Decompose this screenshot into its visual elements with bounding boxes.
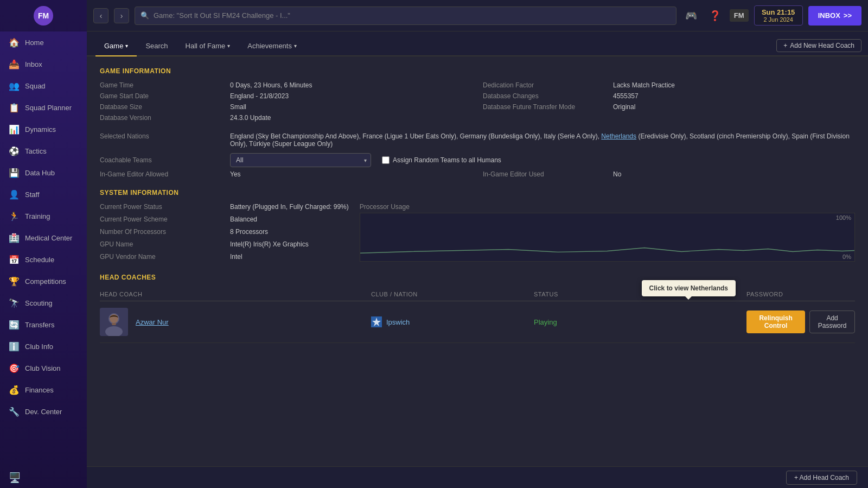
sidebar-item-transfers[interactable]: 🔄 Transfers	[0, 314, 87, 335]
club-info-icon: ℹ️	[9, 341, 20, 352]
coach-status: Playing	[534, 318, 746, 326]
club-col-header: CLUB / NATION	[371, 291, 534, 297]
sidebar: FM 🏠 Home 📥 Inbox 👥 Squad 📋 Squad Planne…	[0, 0, 87, 488]
sidebar-item-schedule[interactable]: 📅 Schedule	[0, 249, 87, 270]
tab-game-arrow: ▾	[125, 43, 128, 49]
search-bar[interactable]: 🔍 Game: "Sort It Out SI FM24 Challenge -…	[135, 7, 676, 25]
add-head-coach-button[interactable]: + Add Head Coach	[786, 471, 857, 485]
game-information-section: GAME INFORMATION Game Time 0 Days, 23 Ho…	[100, 67, 855, 178]
in-game-editor-used-label: In-Game Editor Used	[483, 170, 602, 178]
tab-search-label: Search	[145, 42, 168, 50]
inbox-icon: 📥	[9, 59, 20, 69]
sidebar-item-squad[interactable]: 👥 Squad	[0, 75, 87, 97]
in-game-editor-label: In-Game Editor Allowed	[100, 170, 219, 178]
processor-usage-label: Processor Usage	[360, 203, 855, 211]
bottom-icon: 🖥️	[9, 472, 21, 483]
sidebar-item-label: Squad	[25, 82, 46, 90]
editor-row: In-Game Editor Allowed Yes In-Game Edito…	[100, 170, 855, 178]
squad-planner-icon: 📋	[9, 102, 20, 113]
num-processors-label: Number Of Processors	[100, 228, 219, 238]
sidebar-item-data-hub[interactable]: 💾 Data Hub	[0, 162, 87, 183]
sidebar-item-inbox[interactable]: 📥 Inbox	[0, 53, 87, 75]
in-game-editor-value: Yes	[230, 170, 472, 178]
db-size-value: Small	[230, 103, 472, 111]
tab-game[interactable]: Game ▾	[95, 36, 137, 56]
sidebar-item-dev-center[interactable]: 🔧 Dev. Center	[0, 401, 87, 422]
tab-hall-of-fame[interactable]: Hall of Fame ▾	[177, 36, 239, 56]
sidebar-item-dynamics[interactable]: 📊 Dynamics	[0, 118, 87, 140]
add-new-head-coach-button[interactable]: + Add New Head Coach	[776, 39, 861, 52]
sidebar-item-finances[interactable]: 💰 Finances	[0, 379, 87, 401]
db-changes-value: 4555357	[613, 92, 855, 100]
sidebar-item-training[interactable]: 🏃 Training	[0, 205, 87, 227]
assign-random-checkbox[interactable]	[382, 156, 390, 164]
dynamics-icon: 📊	[9, 124, 20, 135]
sidebar-item-label: Inbox	[25, 60, 42, 68]
club-name[interactable]: Ipswich	[386, 318, 410, 326]
inbox-arrow-icon: >>	[844, 11, 852, 20]
sidebar-item-label: Training	[25, 212, 50, 220]
game-start-label: Game Start Date	[100, 92, 219, 100]
processor-chart: 100% 0%	[360, 213, 855, 262]
sidebar-item-label: Club Info	[25, 343, 53, 351]
home-icon: 🏠	[9, 37, 20, 48]
club-badge-icon	[371, 316, 382, 327]
coachable-teams-label: Coachable Teams	[100, 156, 219, 164]
head-coaches-section: HEAD COACHES HEAD COACH CLUB / NATION ST…	[100, 274, 855, 343]
help-icon-button[interactable]: ❓	[706, 7, 724, 25]
search-value: Game: "Sort It Out SI FM24 Challenge - I…	[154, 11, 290, 20]
sidebar-item-home[interactable]: 🏠 Home	[0, 31, 87, 53]
processor-chart-svg	[360, 213, 854, 261]
sidebar-item-competitions[interactable]: 🏆 Competitions	[0, 270, 87, 292]
inbox-button[interactable]: INBOX >>	[808, 6, 861, 26]
tactics-icon: ⚽	[9, 145, 20, 156]
netherlands-link[interactable]: Netherlands	[601, 132, 636, 140]
sidebar-item-club-info[interactable]: ℹ️ Club Info	[0, 335, 87, 357]
gpu-name-label: GPU Name	[100, 240, 219, 250]
navtabs: Game ▾ Search Hall of Fame ▾ Achievement…	[87, 31, 868, 56]
schedule-icon: 📅	[9, 254, 20, 265]
relinquish-control-button[interactable]: Relinquish Control	[746, 310, 805, 333]
topbar-right: 🎮 ❓ FM Sun 21:15 2 Jun 2024 INBOX >>	[682, 5, 861, 26]
dedication-value: Lacks Match Practice	[613, 81, 855, 89]
action-buttons: Relinquish Control Add Password	[746, 310, 855, 333]
topbar: ‹ › 🔍 Game: "Sort It Out SI FM24 Challen…	[87, 0, 868, 31]
club-cell: Ipswich	[371, 316, 534, 327]
sidebar-item-scouting[interactable]: 🔭 Scouting	[0, 292, 87, 314]
controller-icon-button[interactable]: 🎮	[682, 7, 700, 25]
game-info-grid: Game Time 0 Days, 23 Hours, 6 Minutes De…	[100, 81, 855, 122]
add-password-button[interactable]: Add Password	[809, 310, 855, 333]
tab-game-label: Game	[104, 42, 123, 50]
sidebar-item-label: Scouting	[25, 299, 53, 307]
sidebar-item-staff[interactable]: 👤 Staff	[0, 183, 87, 205]
power-status-label: Current Power Status	[100, 203, 219, 213]
tab-search[interactable]: Search	[137, 36, 176, 56]
tab-achievements-label: Achievements	[247, 42, 292, 50]
sidebar-item-tactics[interactable]: ⚽ Tactics	[0, 140, 87, 162]
selected-nations-row: Selected Nations England (Sky Bet Champi…	[100, 132, 855, 148]
sidebar-item-club-vision[interactable]: 🎯 Club Vision	[0, 357, 87, 379]
nav-forward-button[interactable]: ›	[114, 8, 129, 23]
tab-hall-arrow: ▾	[227, 43, 230, 49]
sidebar-item-medical[interactable]: 🏥 Medical Center	[0, 227, 87, 249]
db-future-transfer-label: Database Future Transfer Mode	[483, 103, 602, 111]
sidebar-item-label: Tactics	[25, 147, 47, 155]
staff-icon: 👤	[9, 189, 20, 200]
db-size-label: Database Size	[100, 103, 219, 111]
tab-achievements[interactable]: Achievements ▾	[239, 36, 305, 56]
nav-back-button[interactable]: ‹	[93, 8, 108, 23]
add-head-coach-label: + Add Head Coach	[794, 474, 849, 481]
db-version-value: 24.3.0 Update	[230, 114, 472, 122]
coachable-teams-select[interactable]: All	[230, 153, 371, 167]
coach-name[interactable]: Azwar Nur	[136, 318, 169, 326]
system-information-section: SYSTEM INFORMATION Current Power Status …	[100, 189, 855, 263]
db-version-label: Database Version	[100, 114, 219, 122]
processor-usage-area: Processor Usage 100% 0%	[360, 203, 855, 263]
inbox-label: INBOX	[818, 11, 840, 20]
sidebar-item-squad-planner[interactable]: 📋 Squad Planner	[0, 97, 87, 118]
squad-icon: 👥	[9, 80, 20, 91]
data-hub-icon: 💾	[9, 167, 20, 178]
sidebar-item-label: Staff	[25, 191, 40, 199]
power-scheme-label: Current Power Scheme	[100, 216, 219, 225]
in-game-editor-used-value: No	[613, 170, 855, 178]
